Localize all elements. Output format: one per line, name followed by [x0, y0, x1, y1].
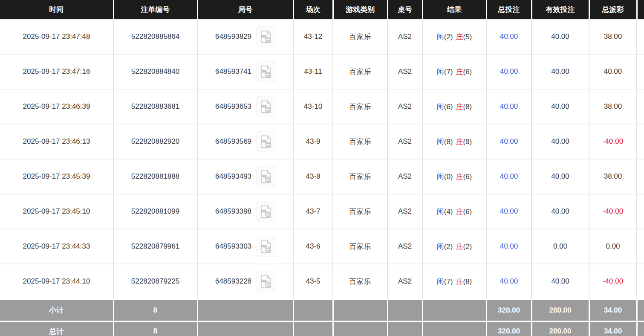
cell-payout: 0.00 [589, 229, 637, 264]
cell-total-bet: 40.00 [486, 124, 531, 159]
table-header: 时间 注单编号 局号 场次 游戏类别 桌号 结果 总投注 有效投注 总派彩 [0, 0, 644, 19]
cell-session: 43-7 [293, 194, 333, 229]
col-header-extra [637, 0, 644, 19]
cell-round-no: 648593493 [197, 159, 293, 194]
grand-total-label: 总计 [0, 322, 113, 336]
video-replay-button[interactable] [257, 271, 275, 292]
cell-valid-bet: 40.00 [531, 264, 589, 299]
cell-time: 2025-09-17 23:45:39 [0, 159, 113, 194]
video-replay-button[interactable] [257, 166, 275, 187]
cell-bet-id: 522820879961 [113, 229, 197, 264]
cell-round-no: 648593398 [197, 194, 293, 229]
video-replay-icon [260, 100, 272, 113]
banker-score: (8) [463, 103, 472, 111]
cell-session: 43-8 [293, 159, 333, 194]
grand-total-count: 8 [113, 322, 197, 336]
player-score: (8) [444, 138, 453, 146]
cell-result: 闲(7)庄(6) [422, 54, 486, 89]
cell-extra [637, 54, 644, 89]
banker-result-label: 庄 [456, 278, 463, 286]
player-result-label: 闲 [437, 138, 444, 146]
subtotal-row: 小计 8 320.00 280.00 34.00 [0, 299, 644, 322]
banker-result-label: 庄 [456, 208, 463, 216]
banker-result-label: 庄 [456, 33, 463, 41]
cell-valid-bet: 40.00 [531, 159, 589, 194]
table-summary: 小计 8 320.00 280.00 34.00 总计 8 320.00 280… [0, 299, 644, 336]
video-replay-button[interactable] [257, 61, 275, 82]
cell-valid-bet: 0.00 [531, 229, 589, 264]
cell-game: 百家乐 [333, 264, 387, 299]
col-header-game: 游戏类别 [333, 0, 387, 19]
cell-session: 43-9 [293, 124, 333, 159]
banker-result-label: 庄 [456, 138, 463, 146]
round-number: 648593829 [215, 32, 251, 41]
player-result-label: 闲 [437, 103, 444, 111]
video-replay-button[interactable] [257, 96, 275, 117]
video-replay-icon [260, 275, 272, 288]
col-header-valid-bet: 有效投注 [531, 0, 589, 19]
grand-total-row: 总计 8 320.00 280.00 34.00 [0, 322, 644, 336]
video-replay-icon [260, 240, 272, 253]
cell-payout: 38.00 [589, 89, 637, 124]
video-replay-button[interactable] [257, 26, 275, 47]
cell-table-no: AS2 [387, 89, 422, 124]
round-number: 648593741 [215, 67, 251, 76]
banker-score: (6) [463, 68, 472, 76]
cell-total-bet: 40.00 [486, 54, 531, 89]
banker-score: (2) [463, 243, 472, 251]
cell-game: 百家乐 [333, 159, 387, 194]
table-body: 2025-09-17 23:47:48522820885864648593829… [0, 19, 644, 299]
cell-result: 闲(2)庄(2) [422, 229, 486, 264]
empty-cell [333, 299, 387, 322]
subtotal-payout: 34.00 [589, 299, 637, 322]
table-row: 2025-09-17 23:44:10522820879225648593228… [0, 264, 644, 299]
cell-session: 43-6 [293, 229, 333, 264]
table-row: 2025-09-17 23:46:13522820882920648593569… [0, 124, 644, 159]
player-score: (6) [444, 103, 453, 111]
video-replay-icon [260, 135, 272, 148]
cell-valid-bet: 40.00 [531, 124, 589, 159]
cell-total-bet: 40.00 [486, 194, 531, 229]
player-score: (4) [444, 208, 453, 216]
empty-cell [387, 322, 422, 336]
cell-result: 闲(6)庄(8) [422, 89, 486, 124]
cell-result: 闲(7)庄(8) [422, 264, 486, 299]
video-replay-button[interactable] [257, 236, 275, 257]
round-number: 648593228 [215, 277, 251, 286]
empty-cell [197, 322, 293, 336]
col-header-table-no: 桌号 [387, 0, 422, 19]
grand-total-total-bet: 320.00 [486, 322, 531, 336]
cell-time: 2025-09-17 23:45:10 [0, 194, 113, 229]
cell-extra [637, 19, 644, 54]
video-replay-icon [260, 205, 272, 218]
player-score: (7) [444, 278, 453, 286]
empty-cell [422, 299, 486, 322]
cell-total-bet: 40.00 [486, 229, 531, 264]
cell-extra [637, 159, 644, 194]
player-score: (7) [444, 68, 453, 76]
cell-extra [637, 264, 644, 299]
table-row: 2025-09-17 23:44:33522820879961648593303… [0, 229, 644, 264]
video-replay-button[interactable] [257, 201, 275, 222]
player-result-label: 闲 [437, 278, 444, 286]
cell-total-bet: 40.00 [486, 159, 531, 194]
cell-round-no: 648593228 [197, 264, 293, 299]
cell-extra [637, 124, 644, 159]
cell-bet-id: 522820879225 [113, 264, 197, 299]
cell-time: 2025-09-17 23:47:16 [0, 54, 113, 89]
cell-game: 百家乐 [333, 229, 387, 264]
cell-time: 2025-09-17 23:47:48 [0, 19, 113, 54]
video-replay-button[interactable] [257, 131, 275, 152]
video-replay-icon [260, 170, 272, 183]
round-number: 648593493 [215, 172, 251, 181]
col-header-session: 场次 [293, 0, 333, 19]
cell-round-no: 648593303 [197, 229, 293, 264]
cell-game: 百家乐 [333, 194, 387, 229]
cell-valid-bet: 40.00 [531, 89, 589, 124]
table-row: 2025-09-17 23:45:39522820881888648593493… [0, 159, 644, 194]
empty-cell [637, 322, 644, 336]
round-number: 648593303 [215, 242, 251, 251]
cell-result: 闲(8)庄(9) [422, 124, 486, 159]
table-row: 2025-09-17 23:46:39522820883681648593653… [0, 89, 644, 124]
cell-payout: -40.00 [589, 124, 637, 159]
